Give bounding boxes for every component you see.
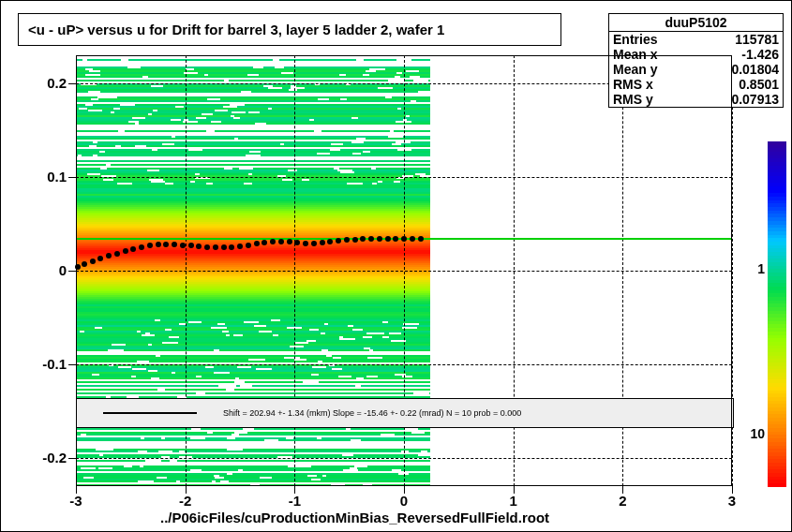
y-tick-label: 0: [29, 262, 67, 278]
legend-sample-line: [103, 412, 197, 414]
profile-marker: [163, 242, 169, 247]
profile-marker: [156, 242, 161, 247]
plot-area: Shift = 202.94 +- 1.34 (mkm) Slope = -15…: [76, 55, 732, 486]
profile-marker: [106, 253, 112, 259]
profile-marker: [188, 243, 194, 248]
x-tick-label: 0: [385, 493, 423, 509]
x-tick-label: 2: [604, 493, 641, 509]
x-tick-label: -1: [276, 493, 313, 509]
stats-rmsy: RMS y0.07913: [609, 92, 783, 107]
stats-entries: Entries115781: [609, 32, 783, 47]
profile-marker: [262, 240, 267, 245]
profile-marker: [360, 236, 366, 242]
chart-title-box: <u - uP> versus u for Drift for barrel 3…: [18, 13, 561, 46]
stats-histogram-name: duuP5102: [609, 14, 783, 32]
x-tick-label: 1: [495, 493, 532, 509]
profile-marker: [254, 241, 260, 246]
profile-marker: [393, 236, 398, 242]
x-axis-caption: ../P06icFiles/cuProductionMinBias_Revers…: [160, 510, 549, 525]
y-tick-label: -0.1: [29, 356, 67, 372]
profile-marker: [237, 244, 243, 249]
profile-marker: [172, 242, 177, 247]
profile-marker: [352, 237, 358, 243]
profile-marker: [229, 244, 234, 250]
colorbar-tick-label: 10: [750, 426, 765, 441]
profile-marker: [294, 240, 300, 245]
chart-window: <u - uP> versus u for Drift for barrel 3…: [0, 0, 792, 532]
stats-box: duuP5102 Entries115781 Mean x-1.426 Mean…: [608, 13, 784, 108]
legend-box: Shift = 202.94 +- 1.34 (mkm) Slope = -15…: [76, 398, 734, 428]
x-tick-label: 3: [713, 493, 751, 509]
profile-marker: [385, 236, 391, 242]
profile-marker: [221, 244, 227, 250]
profile-marker: [130, 246, 136, 252]
colorbar: [768, 141, 786, 488]
x-tick-label: -3: [57, 493, 95, 509]
profile-marker: [368, 236, 374, 242]
profile-marker: [320, 240, 325, 245]
chart-title: <u - uP> versus u for Drift for barrel 3…: [28, 22, 444, 37]
legend-text: Shift = 202.94 +- 1.34 (mkm) Slope = -15…: [223, 408, 521, 418]
profile-marker: [401, 236, 407, 242]
profile-marker: [139, 244, 144, 250]
profile-marker: [90, 259, 96, 264]
profile-marker: [270, 239, 276, 244]
stats-rmsx: RMS x0.8501: [609, 77, 783, 92]
profile-marker: [418, 236, 424, 242]
profile-marker: [123, 248, 128, 254]
profile-marker: [327, 239, 333, 244]
stats-meany: Mean y0.01804: [609, 62, 783, 77]
profile-marker: [336, 238, 341, 244]
colorbar-tick-label: 1: [757, 261, 765, 276]
y-tick-label: 0.2: [29, 75, 67, 91]
stats-meanx: Mean x-1.426: [609, 47, 783, 62]
y-tick-label: 0.1: [29, 169, 67, 185]
y-tick-label: -0.2: [29, 450, 67, 466]
profile-marker: [196, 244, 202, 249]
x-tick-label: -2: [167, 493, 204, 509]
profile-marker: [287, 239, 292, 244]
profile-marker: [204, 244, 210, 250]
profile-marker: [303, 241, 308, 246]
profile-marker: [97, 256, 103, 261]
